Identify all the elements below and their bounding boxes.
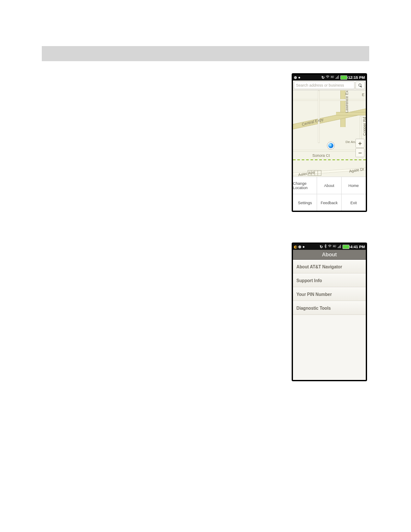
dashed-route-line [293, 159, 366, 160]
menu-change-location[interactable]: Change Location [293, 177, 317, 194]
road-label: E [362, 93, 364, 97]
status-bar: ⊕ ● ↻ 12:15 PM [293, 75, 366, 81]
phone-screenshot-about: ◐ ⊕ ● ↻ 4:41 PM [292, 243, 367, 381]
phone-screenshot-map: ⊕ ● ↻ 12:15 PM Search address or [292, 73, 367, 212]
wifi-icon [328, 244, 332, 250]
menu-settings[interactable]: Settings [293, 194, 317, 211]
menu-home[interactable]: Home [342, 177, 366, 194]
battery-icon [342, 245, 349, 249]
status-time: 12:15 PM [348, 75, 365, 81]
signal-icon [337, 244, 342, 250]
status-time: 4:41 PM [350, 244, 365, 250]
plus-icon: + [358, 140, 361, 146]
hspa-icon [330, 75, 334, 81]
minor-road [293, 150, 366, 152]
zoom-in-button[interactable]: + [355, 139, 364, 148]
about-item-about-navigator[interactable]: About AT&T Navigator [293, 260, 366, 274]
current-location-dot [327, 142, 334, 149]
minor-road [293, 99, 366, 101]
road-label: Central Expy [302, 117, 324, 127]
top-gray-bar [42, 46, 369, 61]
wifi-icon [326, 75, 330, 81]
about-list: About AT&T Navigator Support Info Your P… [293, 260, 366, 380]
road-label: Sonora Ct [312, 153, 330, 158]
bottom-menu: Change Location About Home Settings Feed… [293, 177, 366, 211]
road-label: Agate Dr [349, 167, 364, 173]
about-item-pin-number[interactable]: Your PIN Number [293, 287, 366, 301]
menu-feedback[interactable]: Feedback [317, 194, 341, 211]
search-input[interactable]: Search address or business [294, 81, 355, 89]
page-title: About [293, 250, 366, 260]
map-scale-indicator [308, 170, 321, 176]
menu-about[interactable]: About [317, 177, 341, 194]
about-item-support-info[interactable]: Support Info [293, 274, 366, 287]
sync-active-icon: ◐ [294, 244, 297, 250]
minor-road [318, 90, 320, 143]
search-button[interactable] [355, 81, 365, 89]
signal-icon [335, 75, 339, 81]
sync-icon: ↻ [321, 75, 325, 81]
road-label: Lawrence Expy [345, 90, 349, 113]
search-placeholder: Search address or business [296, 83, 344, 87]
road [336, 112, 366, 115]
search-icon [358, 84, 362, 87]
gps-crosshair-icon: ⊕ [298, 244, 302, 250]
map-view[interactable]: E Central Expy Lawrence Expy Copper Rd D… [293, 90, 366, 177]
bluetooth-icon [324, 244, 327, 250]
zoom-out-button[interactable]: − [355, 148, 364, 157]
battery-icon [340, 75, 347, 80]
road-label: Copper Rd [362, 117, 366, 136]
dot-icon: ● [302, 244, 305, 250]
minus-icon: − [358, 150, 361, 156]
about-item-diagnostic-tools[interactable]: Diagnostic Tools [293, 301, 366, 315]
dot-icon: ● [298, 75, 300, 81]
sync-icon: ↻ [320, 244, 323, 250]
status-bar: ◐ ⊕ ● ↻ 4:41 PM [293, 244, 366, 250]
hspa-icon [333, 244, 336, 250]
menu-exit[interactable]: Exit [342, 194, 366, 211]
gps-crosshair-icon: ⊕ [294, 75, 297, 81]
